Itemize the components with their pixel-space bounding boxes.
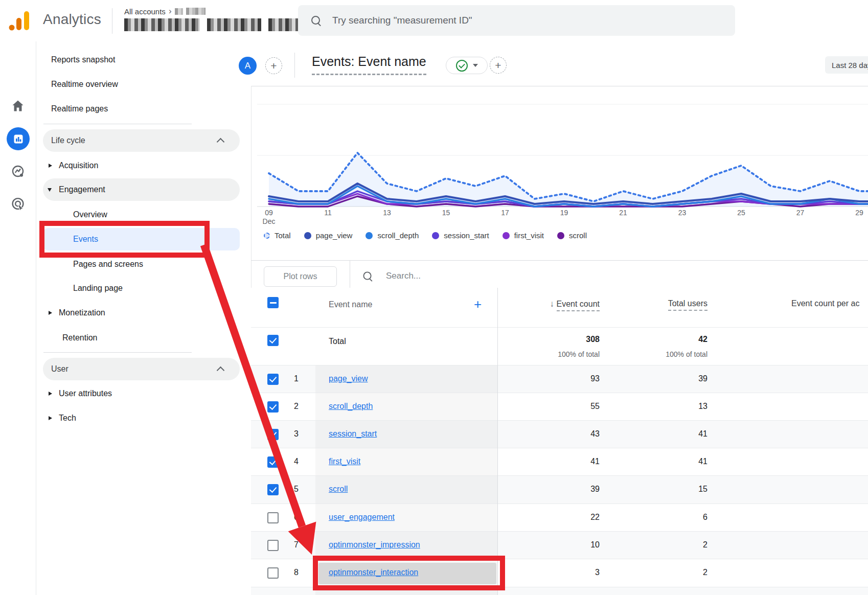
legend-item-scroll[interactable]: scroll [557, 231, 587, 240]
table-column-divider [497, 288, 498, 595]
plus-icon: + [495, 59, 501, 72]
event-link-scroll-depth[interactable]: scroll_depth [329, 402, 373, 410]
sidebar-item-overview[interactable]: Overview [36, 203, 238, 226]
column-header-total-users[interactable]: Total users [668, 299, 707, 308]
column-header-event-name[interactable]: Event name [329, 300, 372, 309]
column-header-event-count-per-user[interactable]: Event count per ac [791, 299, 868, 308]
legend-item-scroll_depth[interactable]: scroll_depth [366, 231, 419, 240]
breadcrumb-all-accounts[interactable]: All accounts [124, 7, 166, 16]
x-tick-label: 29 [855, 209, 863, 217]
event-link-optinmonster-impression[interactable]: optinmonster_impression [329, 540, 420, 549]
sidebar-item-engagement[interactable]: Engagement [43, 178, 240, 201]
x-tick-label: 19 [560, 209, 568, 217]
legend-dot-icon [557, 232, 564, 239]
top-app-bar: Analytics All accounts › Try searching "… [0, 0, 868, 41]
event-link-page-view[interactable]: page_view [329, 374, 368, 383]
expand-arrow-icon[interactable] [49, 392, 52, 396]
property-name-redacted[interactable] [124, 18, 298, 31]
row-checkbox[interactable] [267, 456, 279, 468]
event-link-user-engagement[interactable]: user_engagement [329, 513, 395, 521]
row-checkbox[interactable] [267, 512, 279, 523]
sidebar-item-user-attributes[interactable]: User attributes [36, 382, 238, 405]
sidebar-item-realtime-overview[interactable]: Realtime overview [36, 73, 238, 96]
add-column-icon[interactable]: + [474, 296, 482, 312]
expand-arrow-icon[interactable] [49, 416, 52, 420]
table-row: 4 first_visit 41 41 [251, 448, 868, 475]
page-title[interactable]: Events: Event name [312, 54, 426, 75]
left-icon-rail [0, 41, 36, 595]
sidebar-item-landing-page[interactable]: Landing page [36, 277, 238, 300]
legend-item-first_visit[interactable]: first_visit [502, 231, 544, 240]
search-icon [311, 16, 321, 26]
divider [43, 352, 192, 353]
event-link-optinmonster-interaction[interactable]: optinmonster_interaction [329, 568, 418, 577]
total-users-percent: 100% of total [666, 350, 707, 358]
expand-arrow-icon[interactable] [49, 164, 52, 168]
redacted-property-text [207, 18, 261, 31]
sidebar-item-events-selected[interactable]: Events [43, 228, 240, 250]
sidebar-item-acquisition[interactable]: Acquisition [36, 154, 238, 177]
total-event-count-percent: 100% of total [558, 350, 600, 358]
row-checkbox[interactable] [267, 429, 279, 440]
sidebar-item-pages-and-screens[interactable]: Pages and screens [36, 253, 238, 276]
sidebar-section-life-cycle[interactable]: Life cycle [43, 129, 240, 152]
reports-nav-icon-active[interactable] [7, 127, 30, 150]
data-quality-badge[interactable] [446, 57, 488, 74]
table-row: 6 user_engagement 22 6 [251, 504, 868, 531]
legend-label: scroll_depth [377, 231, 419, 240]
plot-rows-button[interactable]: Plot rows [264, 266, 337, 287]
sidebar-section-user[interactable]: User [43, 358, 240, 380]
table-search-input[interactable]: Search... [363, 271, 421, 281]
table-row: 3 session_start 43 41 [251, 420, 868, 448]
legend-item-session_start[interactable]: session_start [432, 231, 489, 240]
add-comparison-button[interactable]: + [265, 57, 282, 74]
event-link-first-visit[interactable]: first_visit [329, 457, 360, 466]
collapse-arrow-icon[interactable] [48, 188, 52, 192]
row-checkbox[interactable] [267, 540, 279, 551]
x-tick-label: 13 [383, 209, 391, 217]
column-header-event-count[interactable]: ↓ Event count [550, 299, 600, 309]
legend-label: page_view [316, 231, 353, 240]
chevron-down-icon [473, 64, 478, 67]
sidebar-item-monetization[interactable]: Monetization [36, 302, 238, 324]
bar-chart-icon [12, 133, 25, 145]
legend-item-page_view[interactable]: page_view [304, 231, 353, 240]
explore-icon[interactable] [11, 164, 25, 178]
total-row-checkbox[interactable] [267, 335, 279, 346]
event-link-scroll[interactable]: scroll [329, 485, 348, 493]
global-search-input[interactable]: Try searching "measurement ID" [298, 5, 735, 36]
sidebar-item-retention[interactable]: Retention [36, 327, 238, 349]
row-checkbox[interactable] [267, 374, 279, 385]
table-row-highlighted: 8 optinmonster_interaction 3 2 [251, 559, 868, 587]
add-report-button[interactable]: + [490, 57, 507, 74]
x-tick-label: 21 [619, 209, 627, 217]
home-icon[interactable] [11, 99, 25, 113]
sidebar-item-tech[interactable]: Tech [36, 407, 238, 429]
dimension-column-band [315, 587, 497, 595]
select-all-checkbox[interactable] [267, 297, 279, 308]
legend-label: scroll [569, 231, 587, 240]
search-icon [363, 271, 372, 281]
row-checkbox[interactable] [267, 484, 279, 495]
advertising-icon[interactable] [11, 196, 26, 211]
comparison-avatar[interactable]: A [239, 57, 257, 75]
event-link-session-start[interactable]: session_start [329, 429, 377, 438]
x-tick-label: 15 [442, 209, 450, 217]
row-checkbox[interactable] [267, 401, 279, 413]
expand-arrow-icon[interactable] [49, 311, 52, 315]
table-row: 2 scroll_depth 55 13 [251, 393, 868, 420]
divider [251, 260, 868, 261]
collapse-chevron-icon [217, 138, 225, 146]
date-range-selector[interactable]: Last 28 day [825, 56, 868, 74]
breadcrumb[interactable]: All accounts › [124, 6, 205, 16]
redacted-account-id [175, 8, 183, 15]
sidebar-item-realtime-pages[interactable]: Realtime pages [36, 98, 238, 120]
row-checkbox[interactable] [267, 567, 279, 579]
collapse-chevron-icon [217, 367, 225, 375]
sidebar-item-reports-snapshot[interactable]: Reports snapshot [36, 49, 238, 71]
x-tick-label: 23 [678, 209, 687, 217]
legend-item-Total[interactable]: Total [264, 231, 291, 240]
events-line-chart[interactable] [251, 86, 868, 214]
table-header-row: Event name + ↓ Event count Total users E… [251, 288, 868, 327]
plus-icon: + [270, 60, 277, 72]
